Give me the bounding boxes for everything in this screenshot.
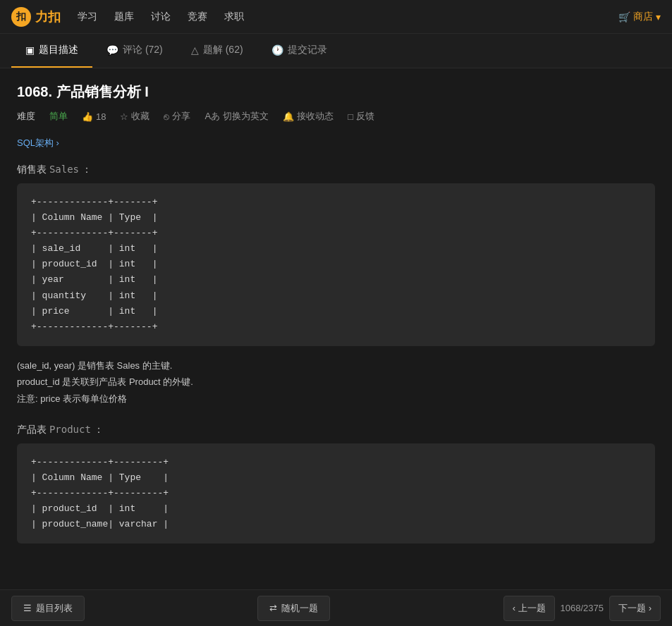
tab-comments-icon: 💬 (106, 44, 118, 56)
sales-table-name: Sales (49, 164, 79, 175)
tab-bar: ▣ 题目描述 💬 评论 (72) △ 题解 (62) 🕐 提交记录 (0, 34, 672, 68)
switch-lang-label: 切换为英文 (223, 110, 269, 123)
tab-submissions-icon: 🕐 (271, 44, 283, 56)
share-button[interactable]: ⎋ 分享 (164, 110, 190, 123)
sales-note-1: (sale_id, year) 是销售表 Sales 的主键. (17, 357, 655, 374)
prev-button[interactable]: ‹ 上一题 (503, 596, 555, 621)
problem-list-button[interactable]: ☰ 题目列表 (11, 596, 85, 621)
nav-shop[interactable]: 🛒 商店 ▾ (618, 11, 661, 23)
tab-comments-label: 评论 (72) (123, 44, 163, 56)
random-button[interactable]: ⇄ 随机一题 (257, 596, 330, 621)
nav-shop-label: 商店 (633, 11, 653, 23)
store-icon: 🛒 (618, 11, 630, 23)
chevron-left-icon: ‹ (513, 603, 518, 613)
logo-text: 力扣 (35, 8, 61, 25)
sales-note-2: product_id 是关联到产品表 Product 的外键. (17, 374, 655, 390)
like-button[interactable]: 👍 18 (82, 111, 106, 122)
logo-icon: 扣 (11, 7, 31, 27)
problem-list-label: 题目列表 (36, 602, 73, 615)
product-section: 产品表 Product ： +-------------+---------+ … (17, 424, 655, 544)
difficulty-label: 难度 (17, 110, 35, 123)
product-section-label: 产品表 Product ： (17, 424, 655, 436)
feedback-label: 反馈 (356, 110, 374, 123)
collect-button[interactable]: ☆ 收藏 (120, 110, 149, 123)
thumbs-up-icon: 👍 (82, 111, 93, 122)
sql-schema-link[interactable]: SQL架构 › (17, 137, 59, 149)
follow-label: 接收动态 (297, 110, 334, 123)
nav-item-learn[interactable]: 学习 (78, 8, 97, 26)
product-table-name: Product (49, 424, 91, 435)
bottom-right: ‹ 上一题 1068/2375 下一题 › (503, 596, 661, 621)
feedback-icon: □ (348, 111, 353, 122)
collect-label: 收藏 (131, 110, 149, 123)
sales-table-schema: +-------------+-------+ | Column Name | … (17, 183, 655, 346)
next-button[interactable]: 下一题 › (609, 596, 661, 621)
translate-icon: Aあ (204, 110, 220, 123)
nav-item-problems[interactable]: 题库 (114, 8, 134, 26)
tab-solutions-icon: △ (191, 44, 199, 56)
switch-lang-button[interactable]: Aあ 切换为英文 (204, 110, 269, 123)
sales-notes: (sale_id, year) 是销售表 Sales 的主键. product_… (17, 357, 655, 407)
list-icon: ☰ (23, 603, 32, 613)
product-label-text: 产品表 (17, 424, 47, 435)
bottom-center: ⇄ 随机一题 (257, 596, 330, 621)
shuffle-icon: ⇄ (269, 603, 277, 613)
sales-note-3: 注意: price 表示每单位价格 (17, 391, 655, 407)
product-table-schema: +-------------+---------+ | Column Name … (17, 443, 655, 544)
sales-section-label: 销售表 Sales ： (17, 164, 655, 176)
prev-label: 上一题 (518, 603, 546, 613)
difficulty-value: 简单 (49, 110, 68, 123)
tab-submissions[interactable]: 🕐 提交记录 (257, 34, 341, 68)
main-content: 1068. 产品销售分析 I 难度 简单 👍 18 ☆ 收藏 ⎋ 分享 Aあ 切… (0, 68, 672, 589)
share-icon: ⎋ (164, 111, 169, 122)
tab-comments[interactable]: 💬 评论 (72) (92, 34, 177, 68)
random-label: 随机一题 (281, 602, 318, 615)
tab-description-icon: ▣ (25, 44, 35, 56)
top-navigation: 扣 力扣 学习 题库 讨论 竞赛 求职 🛒 商店 ▾ (0, 0, 672, 34)
nav-item-jobs[interactable]: 求职 (224, 8, 244, 26)
feedback-button[interactable]: □ 反馈 (348, 110, 374, 123)
bottom-bar: ☰ 题目列表 ⇄ 随机一题 ‹ 上一题 1068/2375 下一题 › (0, 589, 672, 626)
follow-button[interactable]: 🔔 接收动态 (283, 110, 334, 123)
tab-description[interactable]: ▣ 题目描述 (11, 34, 92, 68)
chevron-right-icon: › (649, 603, 652, 613)
meta-row: 难度 简单 👍 18 ☆ 收藏 ⎋ 分享 Aあ 切换为英文 🔔 接收动态 □ 反… (17, 110, 655, 123)
logo[interactable]: 扣 力扣 (11, 7, 61, 27)
sales-label-text: 销售表 (17, 164, 47, 175)
page-info: 1068/2375 (561, 603, 604, 613)
bottom-left: ☰ 题目列表 (11, 596, 85, 621)
tab-submissions-label: 提交记录 (288, 44, 327, 56)
tab-solutions[interactable]: △ 题解 (62) (177, 34, 257, 68)
next-label: 下一题 (618, 603, 646, 613)
chevron-down-icon: ▾ (656, 11, 661, 23)
bell-icon: 🔔 (283, 111, 294, 122)
tab-description-label: 题目描述 (39, 44, 78, 56)
star-icon: ☆ (120, 111, 128, 122)
share-label: 分享 (172, 110, 190, 123)
problem-title: 1068. 产品销售分析 I (17, 82, 655, 102)
nav-item-contest[interactable]: 竞赛 (188, 8, 207, 26)
tab-solutions-label: 题解 (62) (203, 44, 243, 56)
nav-item-discuss[interactable]: 讨论 (151, 8, 171, 26)
like-count: 18 (96, 111, 106, 122)
nav-items: 学习 题库 讨论 竞赛 求职 (78, 8, 618, 26)
